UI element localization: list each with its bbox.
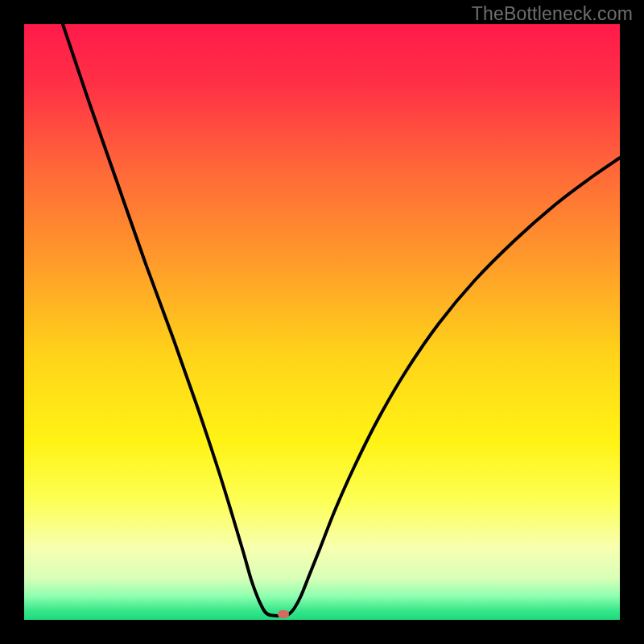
plot-area — [24, 24, 620, 620]
optimal-point-marker — [278, 610, 289, 618]
watermark-text: TheBottleneck.com — [472, 3, 633, 25]
curve-plot — [24, 24, 620, 620]
outer-frame: TheBottleneck.com — [0, 0, 644, 644]
bottleneck-curve — [63, 24, 620, 616]
